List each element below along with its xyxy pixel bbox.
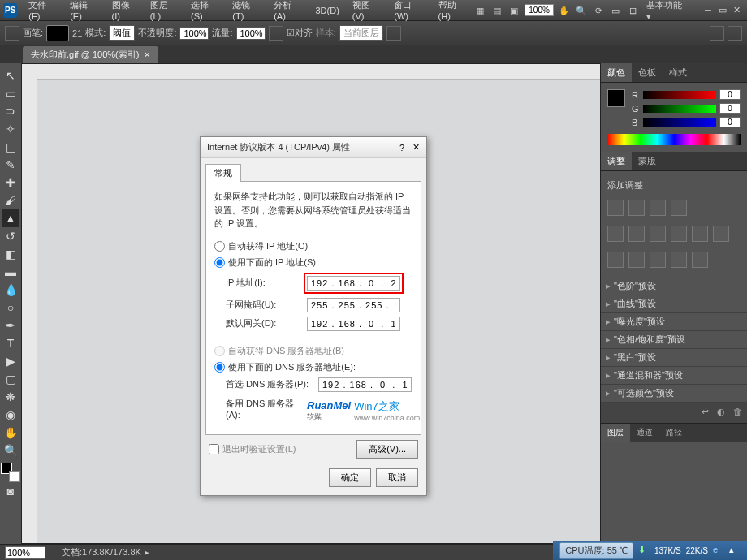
- clip-icon[interactable]: ◐: [715, 407, 728, 420]
- preset-bw[interactable]: "黑白"预设: [601, 349, 747, 367]
- tray-ie-icon[interactable]: e: [713, 545, 724, 556]
- preset-exposure[interactable]: "曝光度"预设: [601, 313, 747, 331]
- opacity-input[interactable]: 100%: [179, 27, 209, 40]
- layers-body[interactable]: [601, 442, 747, 490]
- tab-swatches[interactable]: 色板: [632, 63, 663, 82]
- brush-tool[interactable]: 🖌: [2, 192, 19, 209]
- menu-3d[interactable]: 3D(D): [309, 2, 346, 19]
- extras-icon[interactable]: ▭: [610, 4, 622, 17]
- hand-tool[interactable]: ✋: [2, 424, 19, 442]
- exit-validate-checkbox[interactable]: [209, 444, 219, 454]
- menu-help[interactable]: 帮助(H): [432, 0, 474, 24]
- mask-input[interactable]: [307, 298, 400, 312]
- move-tool[interactable]: ↖: [2, 67, 19, 84]
- airbrush-icon[interactable]: [269, 26, 283, 41]
- menu-view[interactable]: 视图(V): [346, 0, 387, 24]
- menu-filter[interactable]: 滤镜(T): [226, 0, 267, 24]
- ip-input[interactable]: [307, 276, 400, 291]
- sample-select[interactable]: 当前图层: [339, 25, 383, 41]
- tab-channels[interactable]: 通道: [630, 424, 659, 442]
- history-brush-tool[interactable]: ↺: [2, 227, 19, 245]
- panel-toggle-icon[interactable]: [728, 26, 742, 41]
- tray-expand-icon[interactable]: ▴: [729, 545, 741, 556]
- gateway-input[interactable]: [307, 317, 400, 331]
- levels-icon[interactable]: [628, 200, 645, 216]
- zoom-tool-icon[interactable]: 🔍: [576, 4, 588, 17]
- tab-close-icon[interactable]: ✕: [144, 50, 150, 59]
- launch-bridge-icon[interactable]: ▦: [474, 4, 486, 17]
- arrange-docs-icon[interactable]: ▤: [490, 4, 503, 17]
- dialog-close-icon[interactable]: ✕: [412, 142, 420, 153]
- marquee-tool[interactable]: ▭: [2, 84, 19, 102]
- menu-image[interactable]: 图像(I): [106, 0, 144, 24]
- gradient-tool[interactable]: ▬: [2, 263, 19, 281]
- stamp-tool[interactable]: ▲: [2, 209, 19, 227]
- b-value[interactable]: 0: [719, 117, 741, 127]
- tab-masks[interactable]: 蒙版: [632, 152, 663, 170]
- vibrance-icon[interactable]: [607, 226, 624, 242]
- g-slider[interactable]: [643, 105, 716, 113]
- radio-use-ip[interactable]: [214, 257, 225, 268]
- dodge-tool[interactable]: ○: [2, 299, 19, 317]
- threshold-icon[interactable]: [650, 252, 666, 268]
- flow-input[interactable]: 100%: [236, 27, 266, 40]
- wand-tool[interactable]: ✧: [2, 120, 19, 138]
- posterize-icon[interactable]: [628, 252, 645, 268]
- color-swatches[interactable]: [1, 463, 20, 482]
- minimize-icon[interactable]: ─: [702, 5, 715, 16]
- preset-channelmix[interactable]: "通道混和器"预设: [601, 367, 747, 385]
- menu-window[interactable]: 窗口(W): [387, 0, 431, 24]
- mode-select[interactable]: 阈值: [109, 25, 135, 41]
- brush-preview[interactable]: [46, 25, 69, 41]
- preset-curves[interactable]: "曲线"预设: [601, 295, 747, 313]
- curves-icon[interactable]: [650, 200, 666, 216]
- gradientmap-icon[interactable]: [671, 252, 687, 268]
- status-menu-icon[interactable]: ▸: [145, 547, 149, 558]
- advanced-button[interactable]: 高级(V)...: [356, 440, 418, 459]
- tray-download-icon[interactable]: ⬇: [638, 545, 650, 556]
- cpu-temp-badge[interactable]: CPU温度: 55 ℃: [559, 542, 633, 559]
- b-slider[interactable]: [643, 118, 716, 127]
- menu-analysis[interactable]: 分析(A): [267, 0, 309, 24]
- hand-tool-icon[interactable]: ✋: [559, 4, 571, 17]
- tab-styles[interactable]: 样式: [663, 63, 693, 82]
- menu-layer[interactable]: 图层(L): [144, 0, 184, 24]
- invert-icon[interactable]: [607, 252, 624, 268]
- menu-file[interactable]: 文件(F): [22, 0, 63, 24]
- cancel-button[interactable]: 取消: [376, 468, 418, 487]
- selective-icon[interactable]: [692, 252, 708, 268]
- help-icon[interactable]: ?: [399, 143, 404, 153]
- type-tool[interactable]: T: [2, 334, 19, 352]
- radio-auto-ip[interactable]: [214, 241, 225, 252]
- preset-levels[interactable]: "色阶"预设: [601, 278, 747, 295]
- tab-layers[interactable]: 图层: [601, 424, 630, 442]
- 3d-camera-tool[interactable]: ◉: [2, 406, 19, 424]
- quickmask-toggle[interactable]: ◙: [2, 482, 19, 500]
- healing-tool[interactable]: ✚: [2, 174, 19, 192]
- pen-tool[interactable]: ✒: [2, 317, 19, 334]
- crop-tool[interactable]: ◫: [2, 138, 19, 156]
- color-spectrum[interactable]: [607, 134, 741, 145]
- preset-hue[interactable]: "色相/饱和度"预设: [601, 331, 747, 349]
- 3d-tool[interactable]: ❋: [2, 388, 19, 406]
- screen-mode-icon[interactable]: ▣: [507, 4, 520, 17]
- document-tab[interactable]: 去水印前.gif @ 100%(索引) ✕: [23, 46, 158, 63]
- restore-icon[interactable]: ▭: [716, 5, 729, 16]
- channelmixer-icon[interactable]: [713, 226, 729, 242]
- path-select-tool[interactable]: ▶: [2, 352, 19, 370]
- exposure-icon[interactable]: [671, 200, 687, 216]
- photofilter-icon[interactable]: [692, 226, 708, 242]
- r-slider[interactable]: [643, 91, 716, 99]
- r-value[interactable]: 0: [719, 89, 741, 100]
- guides-icon[interactable]: ⊞: [627, 4, 639, 17]
- hue-icon[interactable]: [628, 226, 645, 242]
- return-icon[interactable]: ↩: [698, 407, 711, 420]
- close-icon[interactable]: ✕: [731, 5, 744, 16]
- ignore-adjust-icon[interactable]: [386, 26, 401, 41]
- brightness-icon[interactable]: [607, 200, 624, 216]
- menu-edit[interactable]: 编辑(E): [63, 0, 105, 24]
- g-value[interactable]: 0: [719, 103, 741, 114]
- colorbalance-icon[interactable]: [650, 226, 666, 242]
- eraser-tool[interactable]: ◧: [2, 245, 19, 263]
- color-fg-swatch[interactable]: [607, 89, 625, 107]
